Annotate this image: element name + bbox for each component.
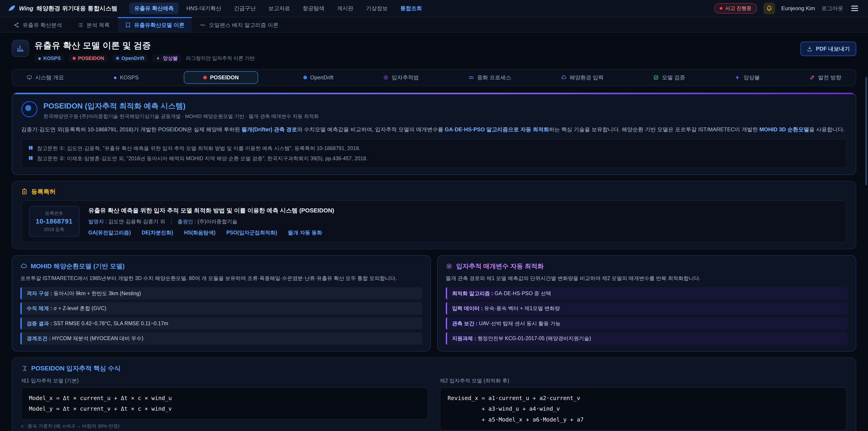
- patent-card: 등록특허 등록번호 10-1868791 2018 등록 유출유 확산 예측을 …: [12, 181, 856, 249]
- tab-oil-fence-algorithm[interactable]: 오일펜스 배치 알고리즘 이론: [193, 17, 286, 32]
- tab-diffusion-model-theory[interactable]: 유출유확산모델 이론: [118, 17, 192, 32]
- parameter-optimization-card: 입자추적 매개변수 자동 최적화 뜰개 관측 경로와 제1 모델 예측값의 단위…: [437, 255, 856, 351]
- page-icon-tile: [12, 40, 29, 57]
- spec-row: 관측 보간 : UAV·선박 탑재 센서 동시 활용 가능: [446, 317, 848, 330]
- core-formulas-card: POSEIDON 입자추적 핵심 수식 제1 입자추적 모델 (기본) Mode…: [12, 357, 856, 431]
- section-nav-bar: 시스템 개요 ◆KOSPS POSEIDON OpenDrift 입자추적법 풍…: [12, 69, 856, 86]
- poseidon-description: 김종기·김도연 외(등록특허 10-1868791, 2018)가 개발한 PO…: [21, 125, 847, 134]
- wing-logo-icon: [8, 4, 16, 12]
- section-system-overview[interactable]: 시스템 개요: [22, 71, 68, 84]
- optimization-description: 뜰개 관측 경로와 제1 모델 예측값의 단위시간별 변화량을 비교하여 제2 …: [446, 274, 848, 283]
- section-poseidon[interactable]: POSEIDON: [184, 71, 258, 84]
- red-dot-icon: [203, 76, 207, 79]
- nav-oil-spill-prediction[interactable]: 유출유 확산예측: [129, 2, 179, 14]
- nav-bulletin-board[interactable]: 게시판: [332, 2, 358, 14]
- tag-kosps: ◆KOSPS: [34, 55, 64, 62]
- bolt-icon: [156, 56, 160, 61]
- nav-weather-info[interactable]: 기상정보: [361, 2, 393, 14]
- section-kosps[interactable]: ◆KOSPS: [109, 72, 143, 83]
- cloud-icon: [561, 75, 566, 80]
- tab-analysis-list[interactable]: 분석 목록: [70, 17, 117, 32]
- nav-integrated-search[interactable]: 통합조회: [395, 2, 427, 14]
- hamburger-menu-icon[interactable]: [849, 4, 860, 13]
- incident-dot-icon: [720, 7, 722, 10]
- section-model-validation[interactable]: 모델 검증: [649, 71, 690, 84]
- page-title: 유출유 확산 모델 이론 및 검증: [34, 40, 255, 51]
- patent-section-header: 등록특허: [21, 188, 847, 196]
- spec-row: 최적화 알고리즘 : GA·DE·HS·PSO 중 선택: [446, 287, 848, 300]
- tab-label: 오일펜스 배치 알고리즘 이론: [209, 22, 278, 29]
- share-icon: [13, 22, 20, 28]
- bolt-icon: [735, 75, 740, 80]
- rocket-icon: [809, 75, 815, 80]
- red-dot-icon: [72, 57, 76, 60]
- sigma-icon: [21, 365, 28, 372]
- nav-emergency-rescue[interactable]: 긴급구난: [229, 2, 260, 14]
- model1-formula-block: 제1 입자추적 모델 (기본) Model_x = Δt × current_u…: [21, 377, 428, 431]
- section-opendrift[interactable]: OpenDrift: [299, 72, 338, 83]
- tab-label: 유출유확산모델 이론: [134, 22, 184, 29]
- nav-hns-atmospheric[interactable]: HNS·대기확산: [181, 2, 226, 14]
- section-marine-env-input[interactable]: 해양환경 입력: [557, 71, 608, 84]
- page-subtitle: 라그랑지안 입자추적 이론 기반: [186, 55, 254, 62]
- patent-detail-box: 등록번호 10-1868791 2018 등록 유출유 확산 예측을 위한 입자…: [21, 200, 847, 243]
- nav-aerial-search[interactable]: 항공탐색: [298, 2, 329, 14]
- book-icon: [28, 155, 33, 161]
- top-navigation-bar: Wing 해양환경 위기대응 통합시스템 유출유 확산예측 HNS·대기확산 긴…: [0, 0, 868, 17]
- tab-label: 분석 목록: [87, 22, 110, 29]
- section-particle-tracking[interactable]: 입자추적법: [379, 71, 423, 84]
- cloud-icon: [20, 263, 27, 270]
- tag-drifter-assimilation[interactable]: 뜰개 자동 동화: [288, 229, 322, 236]
- logout-button[interactable]: 로그아웃: [822, 5, 843, 12]
- download-icon: [807, 46, 813, 52]
- model2-code: Revised_x = a1·current_u + a2·current_v …: [440, 388, 847, 431]
- tag-opendrift: OpenDrift: [112, 55, 148, 62]
- target-icon: [383, 75, 389, 80]
- poseidon-overview-card: POSEIDON (입자추적 최적화 예측 시스템) 한국해양연구원·(주)아라…: [12, 92, 856, 175]
- tag-ensemble: 앙상블: [152, 54, 181, 63]
- spec-row: 격자 구성 : 동아시아 9km + 한반도 3km (Nesting): [20, 287, 422, 300]
- diamond-icon: ◆: [38, 56, 41, 61]
- incident-status-badge[interactable]: 사고 진행중: [714, 3, 757, 13]
- model1-label: 제1 입자추적 모델 (기본): [21, 377, 428, 384]
- brand-name: Wing: [19, 5, 33, 12]
- main-navigation: 유출유 확산예측 HNS·대기확산 긴급구난 보고자료 항공탐색 게시판 기상정…: [129, 2, 703, 14]
- spec-row: 경계조건 : HYCOM 재분석 (MYOCEAN 대비 우수): [20, 332, 422, 345]
- scrollbar-thumb[interactable]: [865, 77, 867, 185]
- mohid-description: 포르투갈 IST/MARETEC에서 1985년부터 개발한 3D 수치 해양순…: [20, 274, 422, 283]
- app-brand[interactable]: Wing 해양환경 위기대응 통합시스템: [8, 4, 118, 12]
- sub-tab-bar: 유출유 확산분석 분석 목록 유출유확산모델 이론 오일펜스 배치 알고리즘 이…: [0, 17, 868, 33]
- wave-icon: [469, 75, 474, 80]
- tag-de[interactable]: DE(차분진화): [142, 229, 173, 236]
- section-future-direction[interactable]: 발전 방향: [805, 71, 846, 84]
- notification-bell-icon[interactable]: [763, 2, 775, 14]
- page-content: 유출유 확산 모델 이론 및 검증 ◆KOSPS POSEIDON OpenDr…: [0, 33, 868, 431]
- mohid-emphasis: MOHID 3D 순환모델: [760, 126, 809, 132]
- page-header: 유출유 확산 모델 이론 및 검증 ◆KOSPS POSEIDON OpenDr…: [12, 33, 856, 67]
- tag-hs[interactable]: HS(화음탐색): [184, 229, 215, 236]
- tag-ga[interactable]: GA(유전알고리즘): [88, 229, 131, 236]
- book-icon: [125, 22, 131, 28]
- section-weathering-process[interactable]: 풍화 프로세스: [464, 71, 516, 84]
- spec-row: 입력 데이터 : 유속·풍속 벡터 + 제1모델 변화량: [446, 302, 848, 315]
- reference-item: 참고문헌 ②: 이재호·임병훈·김도연 외, "2016년 동아시아 해역의 M…: [28, 153, 840, 164]
- reference-item: 참고문헌 ①: 김도연·김용혁, "유출유 확산 예측을 위한 입자 추적 모델…: [28, 143, 840, 153]
- algorithm-emphasis: GA·DE·HS·PSO 알고리즘으로 자동 최적화: [445, 126, 549, 132]
- reference-box: 참고문헌 ①: 김도연·김용혁, "유출유 확산 예측을 위한 입자 추적 모델…: [21, 139, 847, 168]
- spec-row: 검증 결과 : SST RMSE 0.42~0.78°C, SLA RMSE 0…: [20, 317, 422, 330]
- topnav-right-cluster: 사고 진행중 Eunjeong Kim 로그아웃: [714, 2, 860, 14]
- user-name: Eunjeong Kim: [781, 5, 815, 11]
- model1-code: Model_x = Δt × current_u + Δt × c × wind…: [21, 388, 428, 420]
- nav-report-data[interactable]: 보고자료: [264, 2, 295, 14]
- poseidon-orb-icon: [21, 101, 37, 117]
- wave-icon: [200, 22, 206, 28]
- list-icon: [78, 22, 84, 28]
- tag-pso[interactable]: PSO(입자군집최적화): [226, 229, 277, 236]
- chart-icon: [16, 44, 24, 53]
- tab-spill-analysis[interactable]: 유출유 확산분석: [6, 17, 69, 32]
- blue-dot-icon: [116, 57, 119, 60]
- poseidon-title: POSEIDON (입자추적 최적화 예측 시스템): [43, 101, 319, 111]
- section-ensemble[interactable]: 앙상블: [730, 71, 764, 84]
- pdf-export-button[interactable]: PDF 내보내기: [800, 41, 856, 56]
- patent-title: 유출유 확산 예측을 위한 입자 추적 모델 최적화 방법 및 이를 이용한 예…: [88, 206, 334, 215]
